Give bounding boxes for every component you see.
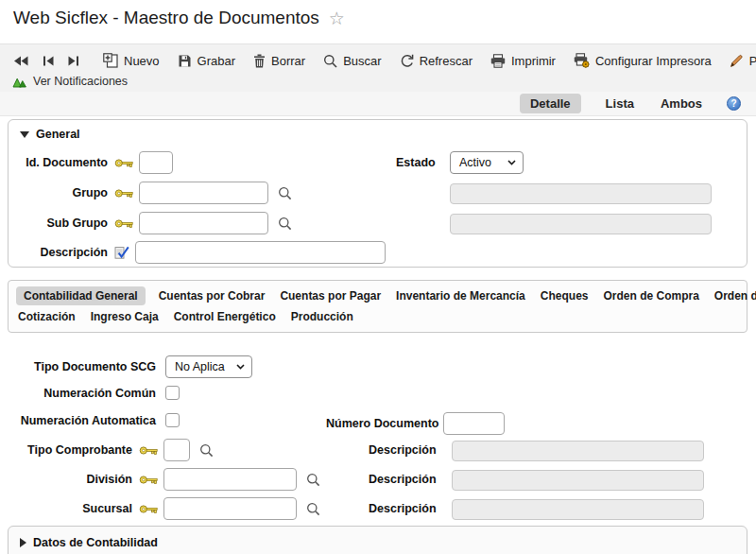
save-button[interactable]: Grabar — [178, 54, 235, 68]
tab-ambos[interactable]: Ambos — [659, 94, 704, 113]
tipo-documento-scg-select[interactable]: No Aplica — [165, 355, 252, 378]
view-mode-tabs: Detalle Lista Ambos ? — [0, 92, 756, 116]
id-documento-label: Id. Documento — [21, 156, 108, 169]
print-button[interactable]: Imprimir — [490, 54, 556, 68]
estado-select[interactable]: Activo — [450, 151, 524, 174]
module-tabs: Contabilidad General Cuentas por Cobrar … — [8, 280, 747, 333]
datos-contabilidad-header[interactable]: Datos de Contabilidad — [20, 536, 158, 549]
new-button[interactable]: Nuevo — [103, 53, 160, 68]
numeracion-automatica-label: Numeración Automatica — [0, 414, 156, 427]
view-notifications-label: Ver Notificaciones — [33, 75, 128, 88]
tipo-documento-scg-label: Tipo Documento SCG — [0, 360, 156, 373]
sucursal-row: Sucursal — [0, 497, 320, 520]
estado-select-value: Activo — [459, 156, 491, 169]
key-icon — [139, 445, 158, 456]
division-descripcion-label: Descripción — [369, 473, 437, 486]
tab-produccion[interactable]: Producción — [289, 307, 355, 326]
sub-grupo-input[interactable] — [139, 212, 268, 234]
search-button[interactable]: Buscar — [323, 54, 381, 68]
numeracion-comun-checkbox[interactable] — [165, 386, 180, 400]
defaults-button-label: Predeterminados — [749, 54, 756, 68]
save-icon — [178, 54, 192, 68]
printer-icon — [490, 54, 506, 68]
delete-button-label: Borrar — [271, 54, 305, 68]
chevron-down-icon — [236, 364, 245, 370]
search-icon — [323, 54, 337, 68]
view-notifications-button[interactable]: Ver Notificaciones — [0, 75, 756, 88]
numeracion-automatica-checkbox[interactable] — [165, 413, 180, 427]
page-header: Web Sicflex - Maestro de Documentos ☆ — [13, 8, 345, 28]
tab-orden-de-trabajo[interactable]: Orden de Trabajo — [713, 286, 756, 305]
tipo-comprobante-row: Tipo Comprobante — [0, 439, 214, 461]
tipo-comprobante-input[interactable] — [163, 439, 190, 461]
expand-icon — [20, 538, 26, 547]
grupo-description-field — [450, 183, 712, 204]
estado-label: Estado — [396, 156, 436, 169]
division-lookup-icon[interactable] — [306, 473, 320, 487]
defaults-button[interactable]: Predeterminados — [730, 54, 756, 68]
key-icon — [139, 504, 158, 514]
numeracion-automatica-row: Numeración Automatica — [0, 413, 180, 427]
tab-cuentas-por-pagar[interactable]: Cuentas por Pagar — [278, 286, 383, 305]
printer-setup-button-label: Configurar Impresora — [595, 54, 712, 68]
delete-button[interactable]: Borrar — [253, 54, 305, 68]
tab-cuentas-por-cobrar[interactable]: Cuentas por Cobrar — [157, 286, 267, 305]
grupo-input[interactable] — [139, 182, 268, 204]
new-document-icon — [103, 53, 118, 68]
printer-setup-button[interactable]: Configurar Impresora — [574, 53, 712, 68]
refresh-button-label: Refrescar — [420, 54, 472, 68]
sucursal-descripcion-label: Descripción — [369, 502, 437, 515]
refresh-icon — [400, 54, 414, 68]
print-button-label: Imprimir — [511, 54, 556, 68]
next-record-icon[interactable] — [68, 56, 79, 66]
favorite-star-icon[interactable]: ☆ — [329, 9, 345, 27]
refresh-button[interactable]: Refrescar — [400, 54, 472, 68]
tipo-documento-scg-value: No Aplica — [175, 360, 225, 373]
tipo-documento-scg-row: Tipo Documento SCG No Aplica — [0, 355, 252, 378]
descripcion-input[interactable] — [135, 241, 386, 264]
module-tabs-row-2: Cotización Ingreso Caja Control Energéti… — [16, 307, 739, 326]
first-record-icon[interactable] — [13, 56, 28, 66]
tab-lista[interactable]: Lista — [604, 94, 636, 113]
help-icon[interactable]: ? — [727, 96, 741, 111]
page-title: Web Sicflex - Maestro de Documentos — [13, 8, 319, 28]
id-documento-input[interactable] — [139, 151, 173, 174]
key-icon — [114, 188, 133, 199]
maestro-de-documentos-page: Web Sicflex - Maestro de Documentos ☆ — [0, 0, 756, 554]
key-icon — [139, 475, 158, 485]
tab-cheques[interactable]: Cheques — [539, 286, 591, 305]
sucursal-lookup-icon[interactable] — [306, 502, 320, 516]
grupo-label: Grupo — [21, 186, 108, 199]
division-input[interactable] — [163, 468, 297, 491]
division-description-field — [452, 470, 704, 491]
tipo-comprobante-label: Tipo Comprobante — [0, 443, 132, 457]
printer-settings-icon — [574, 53, 590, 68]
grupo-lookup-icon[interactable] — [278, 186, 292, 200]
sub-grupo-row: Sub Grupo — [21, 212, 292, 234]
general-section-title: General — [36, 128, 80, 141]
tab-ingreso-caja[interactable]: Ingreso Caja — [89, 307, 161, 326]
tipo-comprobante-lookup-icon[interactable] — [199, 443, 214, 458]
key-icon — [114, 158, 133, 168]
sub-grupo-lookup-icon[interactable] — [278, 216, 292, 231]
tab-detalle[interactable]: Detalle — [520, 94, 581, 113]
tab-contabilidad-general[interactable]: Contabilidad General — [16, 286, 146, 305]
notifications-icon — [12, 76, 27, 88]
division-label: División — [0, 473, 132, 486]
general-section: General Id. Documento Estado Activo Grup… — [8, 119, 747, 268]
general-section-header[interactable]: General — [20, 128, 80, 141]
numero-documento-input[interactable] — [443, 412, 505, 435]
sucursal-input[interactable] — [163, 497, 297, 520]
sub-grupo-description-field — [450, 214, 712, 234]
tipo-comprobante-descripcion-label: Descripción — [369, 443, 437, 457]
checklist-icon — [114, 246, 129, 259]
search-button-label: Buscar — [343, 54, 381, 68]
tab-inventario-de-mercancia[interactable]: Inventario de Mercancía — [394, 286, 527, 305]
previous-record-icon[interactable] — [43, 56, 54, 66]
descripcion-label: Descripción — [21, 246, 108, 259]
tab-orden-de-compra[interactable]: Orden de Compra — [601, 286, 700, 305]
tab-control-energetico[interactable]: Control Energético — [172, 307, 278, 326]
tab-cotizacion[interactable]: Cotización — [16, 307, 77, 326]
module-tabs-row-1: Contabilidad General Cuentas por Cobrar … — [16, 286, 739, 305]
sucursal-description-field — [452, 499, 704, 520]
